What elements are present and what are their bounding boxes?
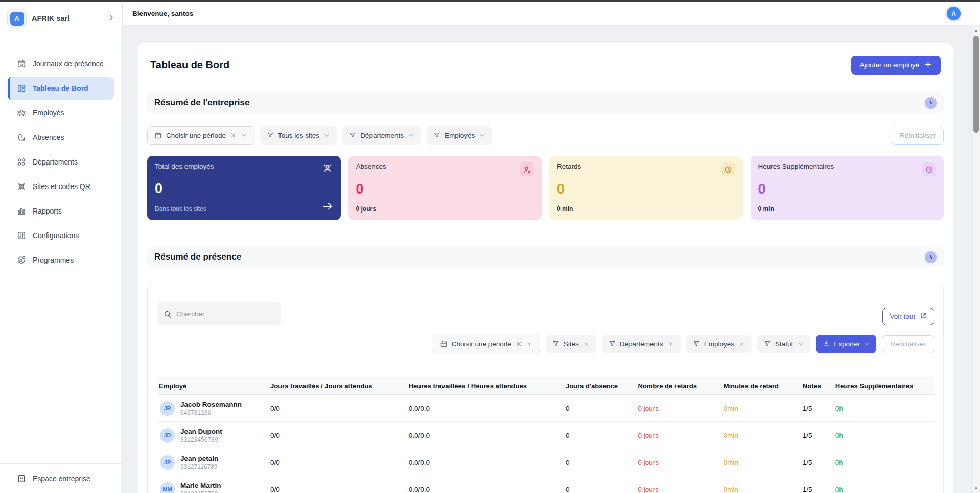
stat-title: Total des employés	[155, 162, 214, 170]
scrollbar-thumb[interactable]	[973, 36, 979, 133]
arrow-right-icon[interactable]	[322, 201, 333, 214]
hours-worked: 0.0/0.0	[406, 422, 563, 449]
late-days: 0 jours	[635, 395, 720, 422]
view-all-button[interactable]: Voir tout	[882, 308, 934, 325]
notes: 1/5	[800, 395, 832, 422]
sidebar-item-departements[interactable]: Départements	[8, 151, 114, 173]
chevron-down-icon	[323, 132, 330, 139]
employees-filter-label: Employés	[704, 340, 734, 348]
content-area: Tableau de Bord Ajouter un employé Résum…	[123, 26, 980, 493]
sites-filter[interactable]: Tous les sites	[260, 126, 337, 145]
sidebar-item-journaux[interactable]: Journaux de présence	[8, 53, 114, 75]
hours-worked: 0.0/0.0	[406, 395, 563, 422]
stat-subtitle: Dans tous les sites	[155, 205, 206, 213]
sidebar-item-rapports[interactable]: Rapports	[8, 200, 114, 222]
user-avatar[interactable]: A	[947, 7, 961, 20]
status-filter[interactable]: Statut	[757, 335, 810, 353]
presence-summary-header: Résumé de présence	[147, 247, 944, 267]
sidebar-item-espace-entreprise[interactable]: Espace entreprise	[0, 463, 122, 493]
sidebar-item-sites-qr[interactable]: Sites et codes QR	[8, 175, 114, 198]
funnel-icon	[609, 340, 616, 347]
employees-filter[interactable]: Employés	[686, 335, 752, 353]
employee-name: Marie Martin	[180, 482, 221, 489]
clock-icon	[721, 162, 735, 176]
export-button[interactable]: Exporter	[816, 335, 876, 353]
overtime: 0h	[832, 449, 934, 476]
stat-card-total-employees[interactable]: Total des employés 0 Dans tous les sites	[147, 156, 341, 220]
avatar: MM	[160, 482, 175, 493]
company-switcher[interactable]: A AFRIK sarl	[0, 2, 122, 33]
sidebar-item-absences[interactable]: Absences	[8, 126, 114, 149]
chevron-down-icon	[667, 341, 674, 347]
chevron-down-icon	[479, 132, 485, 139]
add-employee-button[interactable]: Ajouter un employé	[851, 56, 941, 75]
table-row[interactable]: JD Jean Dupont 33123456789 0/0 0.0/0.0 0…	[157, 422, 934, 449]
col-jours-absence: Jours d'absence	[563, 377, 635, 395]
sidebar: A AFRIK sarl Journaux de présence Tablea…	[0, 2, 123, 493]
chevron-down-icon	[738, 341, 745, 347]
export-label: Exporter	[834, 340, 860, 348]
departments-filter[interactable]: Départements	[602, 335, 681, 353]
sidebar-item-label: Sites et codes QR	[33, 182, 90, 191]
calendar-icon	[440, 340, 448, 348]
stat-card-retards: Retards 0 0 min	[549, 156, 743, 220]
stat-subtitle: 0 jours	[356, 205, 376, 213]
company-summary-header: Résumé de l'entreprise	[147, 92, 944, 113]
reset-button[interactable]: Réinitialiser	[882, 335, 934, 353]
stat-title: Absences	[356, 162, 386, 170]
clear-icon[interactable]	[516, 341, 522, 347]
departments-filter-label: Départements	[620, 340, 663, 348]
chevron-down-icon[interactable]	[241, 132, 247, 139]
grid-dots-icon	[17, 157, 26, 167]
chevron-down-icon	[408, 132, 414, 139]
sidebar-item-label: Rapports	[33, 207, 62, 215]
history-clock-icon[interactable]	[925, 251, 937, 263]
scrollbar-up-arrow[interactable]: ▲	[972, 26, 980, 34]
funnel-icon	[349, 132, 356, 139]
welcome-text: Bienvenue, santos	[132, 10, 193, 17]
late-minutes: 0min	[720, 476, 800, 493]
col-heures-travaillees: Heures travaillées / Heures attendues	[406, 377, 563, 395]
days-worked: 0/0	[267, 476, 406, 493]
vertical-scrollbar[interactable]: ▲ ▼	[971, 26, 980, 493]
table-row[interactable]: JP Jean petain 33127116789 0/0 0.0/0.0 0…	[157, 449, 934, 476]
sites-filter[interactable]: Sites	[546, 335, 596, 353]
search-input[interactable]	[176, 310, 274, 318]
notes: 1/5	[800, 422, 832, 449]
sidebar-item-programmes[interactable]: Programmes	[8, 249, 114, 271]
reset-button[interactable]: Réinitialiser	[892, 127, 944, 145]
funnel-icon	[433, 132, 440, 139]
employee-name: Jacob Rosemannn	[180, 401, 242, 408]
sidebar-item-label: Tableau de Bord	[33, 84, 88, 92]
user-gear-icon	[17, 255, 26, 265]
table-row[interactable]: JR Jacob Rosemannn 645781236 0/0 0.0/0.0…	[157, 395, 934, 422]
departments-filter-label: Départements	[360, 132, 404, 139]
col-jours-travailles: Jours travaillés / Jours attendus	[267, 377, 406, 395]
sidebar-item-label: Programmes	[33, 256, 74, 264]
history-clock-icon[interactable]	[925, 97, 937, 109]
presence-table-card: Voir tout Choisir une période	[147, 283, 944, 493]
sidebar-item-employes[interactable]: Employés	[8, 102, 114, 124]
table-row[interactable]: MM Marie Martin 33123456790 0/0 0.0/0.0 …	[157, 476, 934, 493]
search-box	[157, 302, 281, 325]
late-days: 0 jours	[635, 422, 720, 449]
company-summary-title: Résumé de l'entreprise	[154, 98, 249, 108]
funnel-icon	[552, 340, 559, 347]
clear-icon[interactable]	[230, 132, 237, 139]
stat-subtitle: 0 min	[557, 205, 573, 213]
period-filter[interactable]: Choisir une période	[433, 335, 540, 353]
chevron-down-icon[interactable]	[526, 341, 533, 347]
stat-title: Retards	[557, 162, 581, 170]
dashboard-icon	[17, 84, 26, 93]
chevron-right-icon[interactable]	[107, 14, 115, 24]
scrollbar-down-arrow[interactable]: ▼	[972, 484, 980, 492]
period-filter-label: Choisir une période	[166, 132, 226, 139]
presence-summary-title: Résumé de présence	[154, 252, 241, 262]
absence-days: 0	[563, 395, 635, 422]
sidebar-item-configurations[interactable]: Configurations	[8, 224, 114, 247]
sidebar-item-tableau-de-bord[interactable]: Tableau de Bord	[8, 77, 114, 100]
topbar: Bienvenue, santos A	[123, 2, 980, 26]
departments-filter[interactable]: Départements	[342, 126, 421, 145]
period-filter[interactable]: Choisir une période	[147, 126, 254, 145]
employees-filter[interactable]: Employés	[427, 126, 492, 145]
